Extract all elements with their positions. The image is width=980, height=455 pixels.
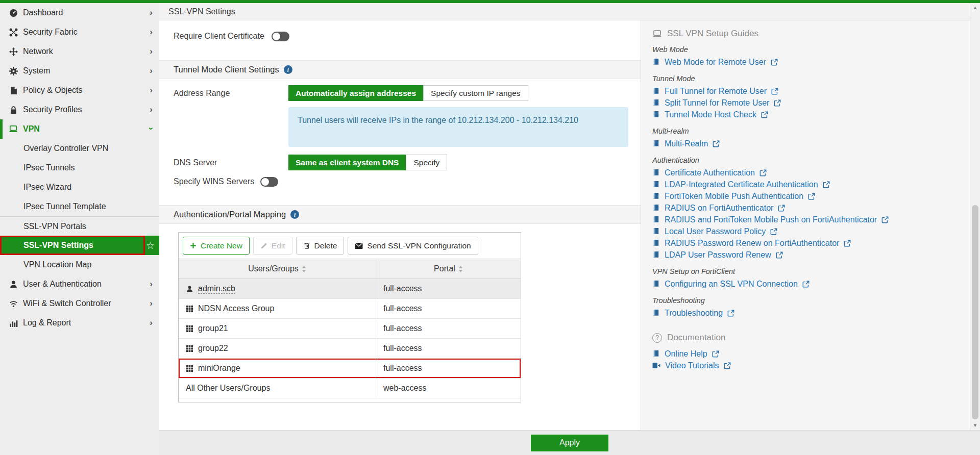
guide-link[interactable]: LDAP-Integrated Certificate Authenticati… — [652, 179, 970, 190]
sidebar-item-vpn[interactable]: VPN › — [0, 119, 159, 139]
portal-mapping-toolbar: Create New Edit Delete Send SSL-VPN Conf… — [179, 233, 521, 259]
guide-link[interactable]: Web Mode for Remote User — [652, 56, 970, 68]
guide-link[interactable]: Split Tunnel for Remote User — [652, 97, 970, 109]
table-row[interactable]: All Other Users/Groups web-access — [179, 378, 521, 398]
book-icon — [652, 204, 660, 212]
table-row[interactable]: group21 full-access — [179, 319, 521, 339]
guide-link[interactable]: RADIUS on FortiAuthenticator — [652, 202, 970, 214]
sidebar-item-overlay-controller-vpn[interactable]: Overlay Controller VPN — [0, 139, 159, 158]
main-content: Require Client Certificate Tunnel Mode C… — [159, 20, 641, 430]
sidebar-item-wifi-switch-controller[interactable]: WiFi & Switch Controller › — [0, 294, 159, 313]
guide-link[interactable]: RADIUS and FortiToken Mobile Push on For… — [652, 214, 970, 225]
portal-mapping-container: Create New Edit Delete Send SSL-VPN Conf… — [178, 232, 521, 402]
chevron-right-icon: › — [150, 8, 153, 18]
book-icon — [652, 216, 660, 223]
sidebar-item-ipsec-wizard[interactable]: IPsec Wizard — [0, 178, 159, 197]
book-icon — [652, 99, 660, 107]
dns-server-row: DNS Server Same as client system DNS Spe… — [174, 155, 447, 170]
table-row[interactable]: NDSN Access Group full-access — [179, 299, 521, 319]
wins-servers-toggle[interactable] — [260, 177, 278, 187]
sidebar-item-security-fabric[interactable]: Security Fabric › — [0, 22, 159, 42]
guide-link[interactable]: Full Tunnel for Remote User — [652, 85, 970, 97]
external-link-icon — [778, 205, 785, 212]
sidebar-item-label: Security Fabric — [23, 28, 78, 37]
column-header-portal[interactable]: Portal — [376, 259, 521, 279]
table-header-row: Users/Groups Portal — [179, 259, 521, 279]
portal-value: full-access — [383, 324, 422, 333]
guide-link[interactable]: Multi-Realm — [652, 138, 970, 149]
sidebar-item-ipsec-tunnel-template[interactable]: IPsec Tunnel Template — [0, 197, 159, 216]
require-client-certificate-label: Require Client Certificate — [174, 32, 264, 41]
delete-button[interactable]: Delete — [296, 237, 345, 255]
table-row[interactable]: group22 full-access — [179, 339, 521, 359]
sidebar-item-network[interactable]: Network › — [0, 42, 159, 61]
book-icon — [652, 58, 660, 66]
user-group-name: group21 — [198, 324, 228, 333]
table-row-highlighted[interactable]: miniOrange full-access — [179, 359, 521, 378]
portal-value: full-access — [383, 364, 422, 373]
scroll-down-arrow-icon[interactable]: ▼ — [970, 423, 980, 428]
info-icon[interactable]: i — [290, 210, 299, 219]
option-auto-assign[interactable]: Automatically assign addresses — [288, 85, 423, 101]
book-icon — [652, 251, 660, 259]
info-icon[interactable]: i — [284, 65, 292, 74]
favorite-star-icon[interactable]: ☆ — [146, 240, 155, 251]
sidebar-subitem-label: SSL-VPN Settings — [23, 241, 93, 250]
apply-button[interactable]: Apply — [531, 435, 608, 451]
sidebar-item-label: WiFi & Switch Controller — [23, 299, 111, 308]
guide-link[interactable]: Online Help — [652, 348, 970, 360]
wifi-icon — [9, 299, 18, 308]
chevron-right-icon: › — [150, 66, 153, 76]
sidebar-item-user-authentication[interactable]: User & Authentication › — [0, 274, 159, 294]
wins-servers-row: Specify WINS Servers — [174, 174, 278, 189]
lock-icon — [9, 105, 18, 114]
user-group-name: All Other Users/Groups — [186, 384, 270, 393]
option-custom-ranges[interactable]: Specify custom IP ranges — [423, 85, 528, 101]
guide-link[interactable]: Local User Password Policy — [652, 225, 970, 237]
external-link-icon — [770, 228, 777, 235]
sidebar-item-system[interactable]: System › — [0, 61, 159, 81]
sidebar-item-ssl-vpn-portals[interactable]: SSL-VPN Portals — [0, 216, 159, 236]
guide-link[interactable]: Configuring an SSL VPN Connection — [652, 278, 970, 290]
user-group-name[interactable]: admin.scb — [198, 284, 235, 294]
sidebar-item-ssl-vpn-settings[interactable]: SSL-VPN Settings ☆ — [0, 236, 159, 255]
guide-link[interactable]: Tunnel Mode Host Check — [652, 109, 970, 120]
user-group-name: NDSN Access Group — [198, 304, 274, 313]
guide-link[interactable]: Video Tutorials — [652, 360, 970, 371]
table-row[interactable]: admin.scb full-access — [179, 279, 521, 299]
user-group-name: miniOrange — [198, 364, 240, 373]
book-icon — [652, 192, 660, 200]
sidebar-item-ipsec-tunnels[interactable]: IPsec Tunnels — [0, 158, 159, 178]
sort-icon[interactable] — [302, 266, 306, 272]
require-client-certificate-toggle[interactable] — [272, 32, 289, 41]
guide-link[interactable]: Troubleshooting — [652, 307, 970, 319]
column-header-users-groups[interactable]: Users/Groups — [179, 259, 376, 279]
sidebar-item-vpn-location-map[interactable]: VPN Location Map — [0, 255, 159, 274]
send-configuration-button[interactable]: Send SSL-VPN Configuration — [348, 237, 478, 255]
guide-link[interactable]: FortiToken Mobile Push Authentication — [652, 190, 970, 202]
wins-servers-label: Specify WINS Servers — [174, 177, 254, 186]
create-new-button[interactable]: Create New — [183, 237, 250, 255]
sidebar-subitem-label: SSL-VPN Portals — [23, 222, 86, 231]
guide-section-heading: Authentication — [652, 156, 970, 164]
page-tab-bar: SSL-VPN Settings — [159, 3, 970, 20]
guide-link[interactable]: LDAP User Password Renew — [652, 249, 970, 261]
external-link-icon — [776, 251, 783, 259]
guide-section-heading: Troubleshooting — [652, 296, 970, 305]
scrollbar-thumb[interactable] — [972, 205, 978, 419]
guide-link[interactable]: Certificate Authentication — [652, 167, 970, 179]
envelope-icon — [355, 242, 363, 249]
sidebar-item-policy-objects[interactable]: Policy & Objects › — [0, 81, 159, 100]
portal-value: full-access — [383, 284, 422, 293]
sidebar-item-dashboard[interactable]: Dashboard › — [0, 3, 159, 22]
sidebar-item-security-profiles[interactable]: Security Profiles › — [0, 100, 159, 119]
edit-button[interactable]: Edit — [253, 237, 292, 255]
option-same-as-client-dns[interactable]: Same as client system DNS — [288, 155, 406, 170]
option-specify-dns[interactable]: Specify — [406, 155, 447, 170]
sort-icon[interactable] — [458, 266, 463, 272]
vertical-scrollbar[interactable]: ▲ ▼ — [970, 3, 980, 430]
guide-link[interactable]: RADIUS Password Renew on FortiAuthentica… — [652, 237, 970, 249]
scroll-up-arrow-icon[interactable]: ▲ — [970, 5, 980, 10]
user-icon — [186, 285, 193, 293]
sidebar-item-log-report[interactable]: Log & Report › — [0, 313, 159, 333]
